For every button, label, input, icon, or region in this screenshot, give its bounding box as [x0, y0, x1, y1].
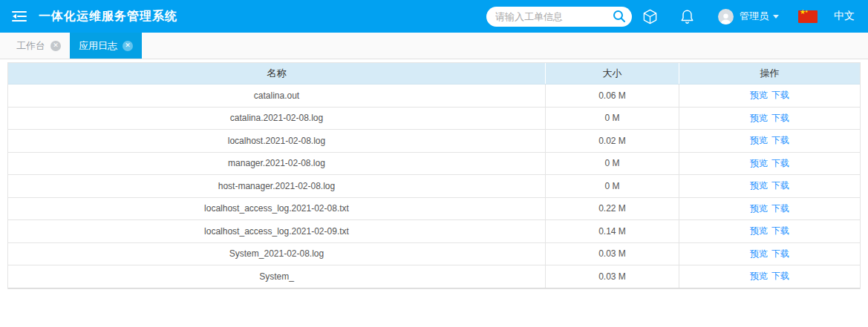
table-row: catalina.2021-02-08.log 0 M 预览 下载	[8, 108, 860, 131]
tab-label: 应用日志	[79, 39, 117, 53]
avatar[interactable]	[718, 9, 734, 24]
table-row: localhost_access_log.2021-02-08.txt 0.22…	[8, 198, 860, 221]
table-row: localhost.2021-02-08.log 0.02 M 预览 下载	[8, 130, 860, 153]
download-link[interactable]: 下载	[771, 225, 789, 237]
download-link[interactable]: 下载	[771, 134, 789, 147]
download-link[interactable]: 下载	[771, 202, 789, 215]
table-header-row: 名称 大小 操作	[8, 62, 860, 85]
app-header: 一体化运维服务管理系统	[0, 0, 868, 33]
close-icon[interactable]: ✕	[123, 41, 133, 51]
file-name: host-manager.2021-02-08.log	[8, 175, 546, 197]
preview-link[interactable]: 预览	[750, 248, 768, 260]
file-size: 0.22 M	[546, 198, 679, 220]
file-name: localhost.2021-02-08.log	[8, 130, 546, 152]
app-title: 一体化运维服务管理系统	[39, 9, 177, 24]
menu-fold-icon[interactable]	[12, 8, 28, 24]
preview-link[interactable]: 预览	[750, 157, 768, 170]
file-name: catalina.2021-02-08.log	[8, 108, 546, 130]
table-row: System_2021-02-08.log 0.03 M 预览 下载	[8, 243, 860, 266]
column-header-ops: 操作	[679, 63, 860, 84]
download-link[interactable]: 下载	[771, 112, 789, 125]
table-row: manager.2021-02-08.log 0 M 预览 下载	[8, 153, 860, 176]
content-area: 名称 大小 操作 catalina.out 0.06 M 预览 下载 catal…	[0, 59, 868, 289]
bell-icon[interactable]	[680, 9, 694, 24]
column-header-size: 大小	[546, 63, 679, 84]
file-name: System_2021-02-08.log	[8, 243, 546, 265]
preview-link[interactable]: 预览	[750, 134, 768, 147]
language-switcher[interactable]: 中文	[834, 10, 855, 23]
tab-workbench[interactable]: 工作台 ✕	[7, 33, 70, 59]
file-name: catalina.out	[8, 85, 546, 107]
download-link[interactable]: 下载	[771, 248, 789, 260]
file-size: 0.02 M	[546, 130, 679, 152]
table-row: localhost_access_log.2021-02-09.txt 0.14…	[8, 220, 860, 243]
file-size: 0.06 M	[546, 85, 679, 107]
china-flag-icon[interactable]: ★ ★	[798, 10, 818, 23]
preview-link[interactable]: 预览	[750, 112, 768, 125]
file-name: manager.2021-02-08.log	[8, 153, 546, 175]
tab-bar: 工作台 ✕ 应用日志 ✕	[0, 33, 868, 59]
file-size: 0 M	[546, 108, 679, 130]
header-right: 管理员 ★ ★ 中文	[486, 7, 855, 27]
table-body: catalina.out 0.06 M 预览 下载 catalina.2021-…	[8, 85, 860, 288]
file-name: localhost_access_log.2021-02-09.txt	[8, 220, 546, 242]
download-link[interactable]: 下载	[771, 270, 789, 283]
search-box[interactable]	[486, 7, 632, 27]
table-row: host-manager.2021-02-08.log 0 M 预览 下载	[8, 175, 860, 198]
column-header-name: 名称	[8, 63, 546, 84]
caret-down-icon	[773, 15, 779, 19]
preview-link[interactable]: 预览	[750, 270, 768, 283]
log-file-table: 名称 大小 操作 catalina.out 0.06 M 预览 下载 catal…	[7, 62, 861, 289]
preview-link[interactable]: 预览	[750, 202, 768, 215]
file-name: localhost_access_log.2021-02-08.txt	[8, 198, 546, 220]
preview-link[interactable]: 预览	[750, 225, 768, 237]
file-size: 0 M	[546, 175, 679, 197]
search-input[interactable]	[495, 11, 613, 22]
download-link[interactable]: 下载	[771, 157, 789, 170]
download-link[interactable]: 下载	[771, 179, 789, 192]
cube-icon[interactable]	[642, 9, 658, 24]
tab-label: 工作台	[16, 39, 45, 53]
search-icon[interactable]	[613, 10, 626, 23]
file-size: 0.03 M	[546, 265, 679, 288]
user-menu[interactable]: 管理员	[740, 10, 779, 23]
download-link[interactable]: 下载	[771, 89, 789, 102]
file-size: 0 M	[546, 153, 679, 175]
tab-app-logs[interactable]: 应用日志 ✕	[70, 33, 142, 59]
table-row: catalina.out 0.06 M 预览 下载	[8, 85, 860, 108]
file-size: 0.03 M	[546, 243, 679, 265]
file-size: 0.14 M	[546, 220, 679, 242]
table-row: System_ 0.03 M 预览 下载	[8, 265, 860, 288]
file-name: System_	[8, 265, 546, 288]
preview-link[interactable]: 预览	[750, 89, 768, 102]
preview-link[interactable]: 预览	[750, 179, 768, 192]
user-name: 管理员	[740, 10, 769, 23]
close-icon[interactable]: ✕	[50, 41, 61, 51]
